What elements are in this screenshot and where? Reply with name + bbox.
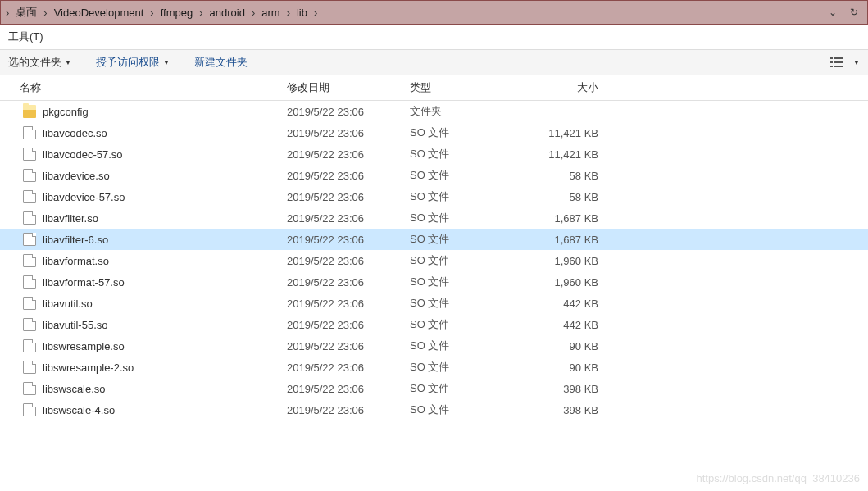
file-type: SO 文件 — [410, 189, 533, 204]
file-icon — [23, 339, 36, 352]
file-icon — [23, 275, 36, 289]
file-size: 1,687 KB — [533, 212, 607, 225]
file-date: 2019/5/22 23:06 — [287, 276, 410, 289]
file-date: 2019/5/22 23:06 — [287, 106, 410, 118]
file-name: libswscale.so — [43, 383, 287, 395]
file-row[interactable]: libswresample-2.so2019/5/22 23:06SO 文件90… — [0, 357, 868, 378]
chevron-right-icon: › — [198, 7, 204, 19]
file-size: 58 KB — [533, 170, 607, 182]
file-type: SO 文件 — [410, 168, 533, 183]
column-header-size[interactable]: 大小 — [533, 80, 607, 95]
file-row[interactable]: libavdevice-57.so2019/5/22 23:06SO 文件58 … — [0, 186, 868, 207]
file-type: SO 文件 — [410, 147, 533, 161]
selected-folder-dropdown[interactable]: 选的文件夹 ▼ — [8, 55, 71, 70]
breadcrumb[interactable]: ›桌面›VideoDevelopment›ffmpeg›android›arm›… — [4, 5, 823, 20]
file-size: 11,421 KB — [533, 127, 607, 139]
chevron-down-icon: ▼ — [163, 59, 170, 66]
breadcrumb-item[interactable]: android — [205, 7, 250, 19]
file-icon — [23, 169, 36, 182]
file-name: libswresample.so — [43, 340, 287, 352]
file-row[interactable]: libavfilter.so2019/5/22 23:06SO 文件1,687 … — [0, 207, 868, 229]
history-dropdown-icon[interactable]: ⌄ — [823, 3, 843, 21]
file-size: 1,687 KB — [533, 234, 607, 246]
column-header-name[interactable]: 名称 — [0, 80, 287, 95]
file-icon — [23, 211, 36, 225]
file-row[interactable]: libavformat-57.so2019/5/22 23:06SO 文件1,9… — [0, 271, 868, 293]
file-size: 442 KB — [533, 298, 607, 310]
file-date: 2019/5/22 23:06 — [287, 298, 410, 310]
file-date: 2019/5/22 23:06 — [287, 361, 410, 374]
file-row[interactable]: libavcodec-57.so2019/5/22 23:06SO 文件11,4… — [0, 143, 868, 165]
file-icon — [23, 318, 36, 331]
breadcrumb-item[interactable]: 桌面 — [11, 5, 42, 20]
file-date: 2019/5/22 23:06 — [287, 319, 410, 331]
breadcrumb-item[interactable]: VideoDevelopment — [49, 7, 149, 19]
file-name: pkgconfig — [43, 106, 287, 118]
file-size: 58 KB — [533, 191, 607, 203]
new-folder-button[interactable]: 新建文件夹 — [194, 55, 248, 70]
file-size: 442 KB — [533, 319, 607, 331]
new-folder-label: 新建文件夹 — [194, 55, 248, 70]
file-type: 文件夹 — [410, 104, 533, 119]
svg-rect-0 — [830, 57, 833, 59]
column-header-date[interactable]: 修改日期 — [287, 80, 410, 95]
file-row[interactable]: libavcodec.so2019/5/22 23:06SO 文件11,421 … — [0, 122, 868, 143]
file-date: 2019/5/22 23:06 — [287, 383, 410, 395]
file-icon — [23, 254, 36, 267]
file-row[interactable]: libswresample.so2019/5/22 23:06SO 文件90 K… — [0, 335, 868, 357]
file-icon — [23, 361, 36, 374]
toolbar: 选的文件夹 ▼ 授予访问权限 ▼ 新建文件夹 ▼ — [0, 50, 868, 75]
column-header-type[interactable]: 类型 — [410, 80, 533, 95]
file-row[interactable]: libavdevice.so2019/5/22 23:06SO 文件58 KB — [0, 165, 868, 186]
file-name: libavcodec-57.so — [43, 148, 287, 161]
file-name: libavfilter.so — [43, 212, 287, 225]
file-row[interactable]: libswscale-4.so2019/5/22 23:06SO 文件398 K… — [0, 399, 868, 421]
file-icon — [23, 148, 36, 161]
file-date: 2019/5/22 23:06 — [287, 212, 410, 225]
file-type: SO 文件 — [410, 360, 533, 375]
chevron-right-icon: › — [285, 7, 292, 19]
file-row[interactable]: libavutil.so2019/5/22 23:06SO 文件442 KB — [0, 293, 868, 314]
file-icon — [23, 190, 36, 203]
file-name: libavfilter-6.so — [43, 234, 287, 246]
file-date: 2019/5/22 23:06 — [287, 340, 410, 352]
file-list: pkgconfig2019/5/22 23:06文件夹libavcodec.so… — [0, 101, 868, 421]
file-icon — [23, 382, 36, 395]
file-row[interactable]: libavformat.so2019/5/22 23:06SO 文件1,960 … — [0, 250, 868, 271]
chevron-down-icon[interactable]: ▼ — [853, 59, 860, 66]
file-name: libavformat.so — [43, 255, 287, 267]
chevron-right-icon: › — [42, 7, 48, 19]
file-size: 398 KB — [533, 404, 607, 416]
file-date: 2019/5/22 23:06 — [287, 404, 410, 416]
svg-rect-3 — [834, 61, 843, 63]
breadcrumb-item[interactable]: arm — [257, 7, 284, 19]
address-bar-actions: ⌄ ↻ — [823, 3, 864, 21]
file-type: SO 文件 — [410, 275, 533, 289]
grant-access-dropdown[interactable]: 授予访问权限 ▼ — [96, 55, 170, 70]
file-name: libswscale-4.so — [43, 404, 287, 416]
chevron-right-icon: › — [312, 7, 319, 19]
file-row[interactable]: pkgconfig2019/5/22 23:06文件夹 — [0, 101, 868, 122]
view-options-icon[interactable] — [829, 55, 847, 70]
file-icon — [23, 233, 36, 246]
file-row[interactable]: libavutil-55.so2019/5/22 23:06SO 文件442 K… — [0, 314, 868, 335]
file-size: 1,960 KB — [533, 276, 607, 289]
file-row[interactable]: libavfilter-6.so2019/5/22 23:06SO 文件1,68… — [0, 229, 868, 250]
file-date: 2019/5/22 23:06 — [287, 234, 410, 246]
tools-menu[interactable]: 工具(T) — [8, 30, 43, 43]
file-row[interactable]: libswscale.so2019/5/22 23:06SO 文件398 KB — [0, 378, 868, 399]
file-name: libavdevice.so — [43, 170, 287, 182]
breadcrumb-item[interactable]: ffmpeg — [156, 7, 198, 19]
selected-folder-label: 选的文件夹 — [8, 55, 61, 70]
address-bar: ›桌面›VideoDevelopment›ffmpeg›android›arm›… — [0, 0, 868, 25]
file-type: SO 文件 — [410, 402, 533, 417]
file-type: SO 文件 — [410, 339, 533, 353]
chevron-right-icon: › — [250, 7, 257, 19]
refresh-icon[interactable]: ↻ — [844, 3, 864, 21]
file-type: SO 文件 — [410, 296, 533, 311]
file-list-header: 名称 修改日期 类型 大小 — [0, 75, 868, 101]
file-type: SO 文件 — [410, 381, 533, 396]
breadcrumb-item[interactable]: lib — [292, 7, 312, 19]
chevron-down-icon: ▼ — [65, 59, 71, 66]
file-type: SO 文件 — [410, 125, 533, 140]
